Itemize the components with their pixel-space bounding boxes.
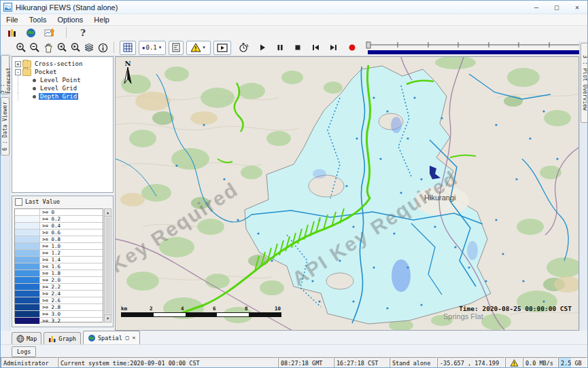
scale-tick: 4 <box>181 306 184 312</box>
bullet-icon <box>33 95 36 98</box>
tab-maximize-icon[interactable]: □ <box>126 335 129 341</box>
collapse-icon[interactable]: - <box>15 69 21 75</box>
pause-button[interactable] <box>273 41 287 54</box>
pan-hand-icon[interactable] <box>41 41 55 54</box>
map-time-label: Time: 2020-08-25 00:00:00 CST <box>459 305 572 312</box>
scroll-up-icon[interactable]: ▲ <box>105 209 111 217</box>
map-viewport[interactable]: Hikurangi Springs Flat API Key Required … <box>115 56 579 331</box>
time-reset-icon[interactable] <box>237 41 250 54</box>
legend-color-swatch <box>15 263 40 270</box>
tab-forecast[interactable]: 5 : Forecast <box>1 55 10 94</box>
zoom-previous-icon[interactable] <box>55 41 69 54</box>
tree-item-level-grid[interactable]: Level Grid <box>12 84 113 92</box>
legend-row: >= 3.2 <box>15 318 103 324</box>
status-warning[interactable] <box>505 357 523 368</box>
tab-spatial-label: Spatial <box>98 335 122 342</box>
legend-row-label: >= 1.0 <box>40 243 60 249</box>
status-user: Administrator <box>1 357 58 368</box>
tab-map-label: Map <box>27 335 37 342</box>
north-arrow-icon <box>122 67 133 85</box>
tree-item-label: Level Grid <box>39 85 78 92</box>
menu-help[interactable]: Help <box>88 15 115 24</box>
legend-row-label: >= 2.0 <box>40 277 60 283</box>
legend-row: >= 1.6 <box>15 263 103 270</box>
status-system-time: Current system time:2020-09-01 00:00 CST <box>58 357 278 368</box>
zoom-out-icon[interactable] <box>28 41 41 54</box>
scroll-down-icon[interactable]: ▼ <box>105 314 111 322</box>
title-bar: Hikurangi FEWS (Stand alone) — □ ✕ <box>1 1 587 14</box>
tab-graph[interactable]: Graph <box>44 332 81 344</box>
status-coordinates: -35.657 , 174.199 <box>437 357 505 368</box>
legend-color-swatch <box>15 304 40 310</box>
scale-tick: 2 <box>150 306 153 312</box>
legend-color-swatch <box>15 297 40 303</box>
play-button[interactable] <box>256 41 269 54</box>
legend-color-swatch <box>15 284 40 290</box>
time-slider[interactable] <box>366 40 582 55</box>
status-mode: Stand alone <box>390 357 437 368</box>
globe-icon <box>88 334 96 342</box>
legend-row-label: >= 1.4 <box>40 257 60 263</box>
tab-close-icon[interactable]: ✕ <box>133 335 136 341</box>
north-arrow: N <box>121 60 135 88</box>
globe-wire-icon <box>16 335 24 343</box>
scale-bar: km 2 4 6 8 10 <box>121 307 281 318</box>
menu-options[interactable]: Options <box>52 15 88 24</box>
main-toolbar: ? <box>1 26 587 39</box>
zoom-in-icon[interactable] <box>14 41 28 54</box>
close-button[interactable]: ✕ <box>567 1 587 14</box>
legend-row: >= 0.4 <box>15 223 103 229</box>
window-title: Hikurangi FEWS (Stand alone) <box>16 3 118 12</box>
tab-spatial[interactable]: Spatial □ ✕ <box>83 331 140 344</box>
stop-button[interactable] <box>291 41 305 54</box>
scale-tick: 6 <box>213 306 216 312</box>
menu-tools[interactable]: Tools <box>24 15 52 24</box>
status-local-time: 16:27:18 CST <box>334 357 390 368</box>
info-icon[interactable] <box>96 41 109 54</box>
app-icon <box>3 3 12 12</box>
legend-color-swatch <box>15 257 40 263</box>
layer-list-button[interactable] <box>169 41 184 55</box>
bullet-icon <box>33 87 36 90</box>
grid-button[interactable] <box>120 41 136 55</box>
tree-item-label: Cross-section <box>33 60 84 67</box>
expand-icon[interactable]: + <box>15 61 21 67</box>
layers-icon[interactable] <box>82 41 96 54</box>
timeline-span-bar <box>368 50 580 54</box>
threshold-dropdown[interactable]: ● 0.1 ▾ <box>139 41 166 55</box>
step-forward-button[interactable] <box>326 41 340 54</box>
legend-row-label: >= 0.2 <box>40 216 60 222</box>
tree-item-level-point[interactable]: Level Point <box>12 76 113 84</box>
tab-plot-overview[interactable]: 3 : Plot Overview <box>581 43 588 123</box>
tree-item-pocket[interactable]: - Pocket <box>12 68 113 76</box>
tab-graph-label: Graph <box>58 335 76 342</box>
minimize-button[interactable]: — <box>526 1 547 14</box>
globe-icon[interactable] <box>24 26 37 39</box>
tab-map[interactable]: Map <box>12 332 41 344</box>
tree-connector <box>18 76 33 84</box>
database-icon[interactable] <box>5 26 18 39</box>
legend-color-swatch <box>15 291 40 297</box>
last-value-checkbox[interactable] <box>15 198 22 206</box>
legend-row-label: >= 3.2 <box>40 318 60 324</box>
legend-row: >= 3.0 <box>15 311 103 318</box>
maximize-button[interactable]: □ <box>547 1 567 14</box>
toolbar-separator <box>66 27 67 38</box>
scroll-thumb[interactable] <box>105 217 110 314</box>
menu-file[interactable]: File <box>1 15 24 24</box>
tree-item-cross-section[interactable]: + Cross-section <box>12 60 113 68</box>
zoom-next-icon[interactable] <box>69 41 82 54</box>
step-back-button[interactable] <box>309 41 322 54</box>
warning-dropdown[interactable]: ▾ <box>186 41 211 55</box>
tab-data-viewer[interactable]: 6 : Data Viewer <box>1 97 10 155</box>
logs-button[interactable]: Logs <box>12 346 36 357</box>
legend-scrollbar[interactable]: ▲ ▼ <box>104 208 111 323</box>
legend-row-label: >= 2.4 <box>40 291 60 297</box>
warning-triangle-icon <box>510 359 519 367</box>
help-button[interactable]: ? <box>76 26 90 39</box>
animation-button[interactable] <box>213 41 231 55</box>
tree-item-depth-grid[interactable]: Depth Grid <box>12 92 113 100</box>
layer-tree: + Cross-section - Pocket Level Point Lev… <box>12 56 114 193</box>
record-button[interactable] <box>345 41 359 54</box>
timeseries-icon[interactable] <box>43 26 56 39</box>
